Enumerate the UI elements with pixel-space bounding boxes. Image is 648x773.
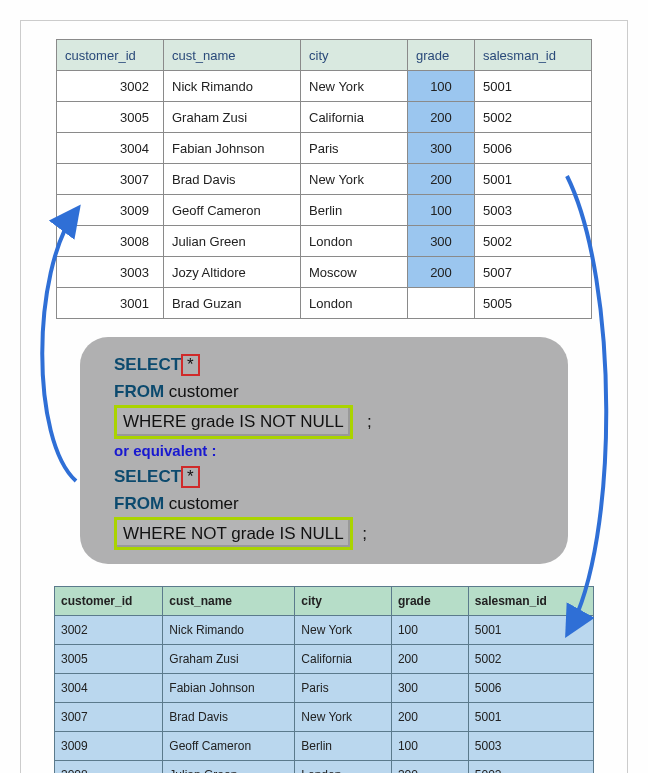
sql-query-box: SELECT* FROM customer WHERE grade IS NOT… [80, 337, 568, 564]
table-cell: Brad Davis [163, 703, 295, 732]
sql-line-1: SELECT* [114, 351, 544, 378]
table-cell: 3003 [57, 257, 164, 288]
table-cell: Geoff Cameron [164, 195, 301, 226]
table-cell: Brad Davis [164, 164, 301, 195]
table-row: 3009Geoff CameronBerlin1005003 [57, 195, 592, 226]
table-cell: 3009 [55, 732, 163, 761]
column-header: cust_name [163, 587, 295, 616]
sql-line-5: FROM customer [114, 490, 544, 517]
or-equivalent-label: or equivalent : [114, 439, 544, 463]
table-cell: 3007 [57, 164, 164, 195]
table-cell: Berlin [301, 195, 408, 226]
table-row: 3003Jozy AltidoreMoscow2005007 [57, 257, 592, 288]
table-cell: California [301, 102, 408, 133]
table-cell: 5006 [475, 133, 592, 164]
table-cell: Graham Zusi [163, 645, 295, 674]
table-cell: 3007 [55, 703, 163, 732]
table-cell: 5002 [468, 761, 593, 773]
sql-line-2: FROM customer [114, 378, 544, 405]
column-header: city [301, 40, 408, 71]
table-cell: 5001 [468, 616, 593, 645]
table-cell: 3002 [55, 616, 163, 645]
table-cell: Geoff Cameron [163, 732, 295, 761]
semicolon: ; [367, 412, 372, 431]
table-row: 3001Brad GuzanLondon5005 [57, 288, 592, 319]
table-cell: 3001 [57, 288, 164, 319]
table-row: 3002Nick RimandoNew York1005001 [57, 71, 592, 102]
table-cell: California [295, 645, 392, 674]
result-table: customer_idcust_namecitygradesalesman_id… [54, 586, 594, 773]
table-cell: 3005 [55, 645, 163, 674]
table-cell: Nick Rimando [163, 616, 295, 645]
where-clause-2: WHERE NOT grade IS NULL [114, 517, 353, 550]
select-keyword: SELECT [114, 355, 181, 374]
column-header: salesman_id [468, 587, 593, 616]
from-keyword: FROM [114, 382, 164, 401]
table-cell: 200 [408, 257, 475, 288]
table-cell [408, 288, 475, 319]
table-row: 3007Brad DavisNew York2005001 [57, 164, 592, 195]
column-header: grade [408, 40, 475, 71]
table-cell: 300 [408, 226, 475, 257]
table-cell: 300 [408, 133, 475, 164]
table-cell: 100 [408, 71, 475, 102]
table-cell: 5005 [475, 288, 592, 319]
table-row: 3004Fabian JohnsonParis3005006 [55, 674, 594, 703]
table-cell: Jozy Altidore [164, 257, 301, 288]
sql-line-3: WHERE grade IS NOT NULL ; [114, 405, 544, 438]
table-cell: London [301, 288, 408, 319]
table-cell: 5002 [475, 226, 592, 257]
table-cell: Brad Guzan [164, 288, 301, 319]
table-cell: 200 [391, 645, 468, 674]
table-cell: 5003 [475, 195, 592, 226]
table-cell: New York [295, 703, 392, 732]
source-table: customer_idcust_namecitygradesalesman_id… [56, 39, 592, 319]
table-name: customer [169, 494, 239, 513]
table-cell: Paris [295, 674, 392, 703]
select-keyword: SELECT [114, 467, 181, 486]
table-cell: 100 [408, 195, 475, 226]
table-row: 3008Julian GreenLondon3005002 [55, 761, 594, 773]
table-cell: 3009 [57, 195, 164, 226]
diagram-container: customer_idcust_namecitygradesalesman_id… [20, 20, 628, 773]
table-row: 3005Graham ZusiCalifornia2005002 [57, 102, 592, 133]
table-row: 3009Geoff CameronBerlin1005003 [55, 732, 594, 761]
table-cell: 5002 [475, 102, 592, 133]
where-clause-1: WHERE grade IS NOT NULL [114, 405, 353, 438]
table-cell: 5003 [468, 732, 593, 761]
table-cell: Berlin [295, 732, 392, 761]
table-cell: New York [295, 616, 392, 645]
table-cell: 3008 [55, 761, 163, 773]
table-cell: 5001 [475, 164, 592, 195]
table-cell: New York [301, 71, 408, 102]
table-row: 3007Brad DavisNew York2005001 [55, 703, 594, 732]
table-row: 3008Julian GreenLondon3005002 [57, 226, 592, 257]
column-header: grade [391, 587, 468, 616]
star-wildcard: * [181, 354, 200, 376]
table-cell: Nick Rimando [164, 71, 301, 102]
table-cell: London [295, 761, 392, 773]
table-cell: Fabian Johnson [164, 133, 301, 164]
table-cell: 5007 [475, 257, 592, 288]
column-header: customer_id [55, 587, 163, 616]
star-wildcard: * [181, 466, 200, 488]
table-cell: 3004 [57, 133, 164, 164]
table-cell: 100 [391, 616, 468, 645]
column-header: city [295, 587, 392, 616]
table-cell: Graham Zusi [164, 102, 301, 133]
column-header: cust_name [164, 40, 301, 71]
table-cell: Paris [301, 133, 408, 164]
table-cell: 3005 [57, 102, 164, 133]
sql-line-4: SELECT* [114, 463, 544, 490]
table-cell: New York [301, 164, 408, 195]
semicolon: ; [362, 524, 367, 543]
column-header: salesman_id [475, 40, 592, 71]
table-row: 3004Fabian JohnsonParis3005006 [57, 133, 592, 164]
table-cell: Julian Green [164, 226, 301, 257]
table-cell: 3008 [57, 226, 164, 257]
table-row: 3005Graham ZusiCalifornia2005002 [55, 645, 594, 674]
table-cell: 5001 [475, 71, 592, 102]
table-cell: Julian Green [163, 761, 295, 773]
table-cell: 200 [408, 164, 475, 195]
sql-line-6: WHERE NOT grade IS NULL ; [114, 517, 544, 550]
